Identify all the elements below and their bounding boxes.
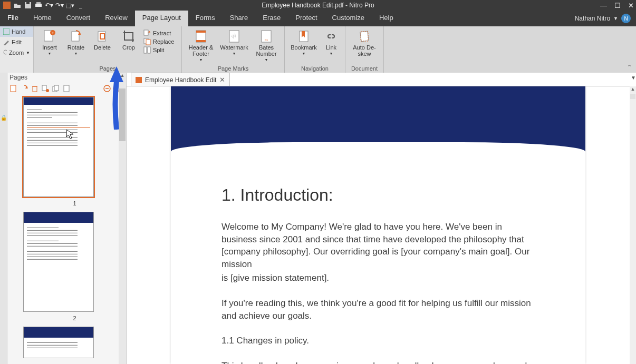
- svg-rect-5: [3, 28, 9, 35]
- ribbon-collapse-button[interactable]: ⌃: [627, 64, 632, 71]
- thumb-delete-icon[interactable]: [31, 84, 39, 93]
- user-menu[interactable]: Nathan Nitro ▼ N: [575, 11, 636, 26]
- maximize-button[interactable]: ☐: [614, 2, 621, 9]
- tab-protect[interactable]: Protect: [288, 11, 324, 26]
- bates-number-button[interactable]: 01 Bates Number▼: [252, 27, 281, 62]
- svg-text:+: +: [52, 31, 54, 35]
- document-tab[interactable]: Employee Handbook Edit ✕: [131, 73, 230, 86]
- doc-paragraph: is [give mission statement].: [221, 272, 535, 284]
- svg-rect-28: [360, 31, 369, 42]
- tab-review[interactable]: Review: [98, 11, 135, 26]
- group-label-document: Document: [351, 65, 378, 73]
- insert-button[interactable]: + Insert▼: [37, 27, 62, 55]
- rotate-icon: [69, 29, 83, 43]
- thumb-new-icon[interactable]: [9, 84, 18, 93]
- svg-rect-22: [196, 40, 206, 42]
- auto-deskew-button[interactable]: Auto De-skew: [349, 27, 380, 57]
- quick-access-toolbar: ↶▾ ↷▾ ⬚▾ ⎯: [0, 2, 84, 9]
- thumbnail-label-2: 2: [23, 315, 126, 321]
- tab-home[interactable]: Home: [26, 11, 59, 26]
- tab-page-layout[interactable]: Page Layout: [135, 11, 188, 26]
- split-button[interactable]: Split: [143, 46, 177, 54]
- ribbon-group-navigation: Bookmark▼ Link▼ Navigation: [285, 26, 345, 73]
- document-tab-label: Employee Handbook Edit: [145, 76, 216, 84]
- thumb-replace-icon[interactable]: [62, 84, 71, 93]
- tab-share[interactable]: Share: [223, 11, 256, 26]
- svg-rect-3: [35, 4, 42, 7]
- thumb-copy-icon[interactable]: [52, 84, 60, 93]
- watermark-button[interactable]: W Watermark▼: [218, 27, 250, 55]
- ribbon-group-pages: + Insert▼ Rotate▼ Delete Crop Extract Re…: [34, 26, 182, 73]
- svg-rect-21: [196, 31, 206, 33]
- bookmark-button[interactable]: Bookmark▼: [288, 27, 320, 55]
- tab-close-button[interactable]: ✕: [219, 76, 225, 84]
- tab-help[interactable]: Help: [372, 11, 401, 26]
- doc-paragraph: This handbook replaces previous employee…: [221, 360, 535, 364]
- extract-icon: [143, 29, 151, 37]
- link-button[interactable]: Link▼: [321, 27, 342, 55]
- close-button[interactable]: ✕: [628, 2, 634, 9]
- avatar: N: [621, 14, 631, 23]
- pages-panel-toolbar: [0, 82, 126, 95]
- thumbnail-page-1[interactable]: ▬▬▬▬▬▬▬▬▬▬▬▬▬▬▬▬▬▬▬▬▬▬▬▬▬▬▬▬▬▬▬▬▬▬▬▬▬▬▬▬…: [23, 97, 94, 197]
- page-banner: [171, 86, 585, 152]
- header-footer-button[interactable]: Header & Footer▼: [185, 27, 217, 62]
- zoom-tool[interactable]: Zoom▼: [0, 47, 33, 58]
- document-viewport[interactable]: 1. Introduction: Welcome to My Company! …: [127, 86, 630, 364]
- qat-more-icon[interactable]: ⎯: [77, 2, 84, 9]
- thumbnail-page-2[interactable]: ▬▬▬▬▬▬▬▬▬▬▬▬▬▬▬▬▬▬▬▬▬▬▬▬▬▬▬▬▬▬▬▬▬▬▬▬▬▬▬▬…: [23, 212, 94, 312]
- insert-page-icon: +: [42, 29, 57, 43]
- hand-tool[interactable]: Hand: [0, 26, 33, 37]
- ribbon-group-pagemarks: Header & Footer▼ W Watermark▼ 01 Bates N…: [182, 26, 285, 73]
- group-label-navigation: Navigation: [301, 65, 329, 73]
- svg-rect-33: [42, 85, 46, 91]
- svg-rect-19: [148, 47, 150, 53]
- watermark-icon: W: [227, 29, 242, 43]
- svg-rect-31: [33, 86, 37, 92]
- thumb-rotate-icon[interactable]: [20, 84, 28, 93]
- group-label-pages: Pages: [99, 65, 115, 73]
- thumb-extract-icon[interactable]: [41, 84, 50, 93]
- menu-bar: File Home Convert Review Page Layout For…: [0, 11, 636, 26]
- group-label-pagemarks: Page Marks: [218, 65, 249, 73]
- tab-forms[interactable]: Forms: [188, 11, 223, 26]
- print-icon[interactable]: [35, 2, 42, 9]
- select-icon[interactable]: ⬚▾: [66, 2, 74, 9]
- rotate-button[interactable]: Rotate▼: [63, 27, 89, 55]
- deskew-icon: [357, 29, 372, 43]
- replace-button[interactable]: Replace: [143, 38, 177, 45]
- undo-icon[interactable]: ↶▾: [45, 2, 53, 9]
- pdf-file-icon: [136, 77, 142, 83]
- pages-panel: 🔒 Pages ▬▬▬▬▬▬▬▬▬▬▬▬▬▬▬▬▬▬▬▬▬▬▬▬▬▬▬▬▬▬▬▬…: [0, 73, 127, 364]
- save-icon[interactable]: [24, 2, 32, 9]
- doc-paragraph: Welcome to My Company! We're glad to hav…: [221, 221, 535, 271]
- tab-customize[interactable]: Customize: [325, 11, 372, 26]
- svg-rect-0: [3, 2, 11, 9]
- bookmark-icon: [296, 29, 311, 43]
- tab-convert[interactable]: Convert: [59, 11, 98, 26]
- svg-rect-37: [64, 85, 69, 92]
- ribbon: Hand Edit Zoom▼ + Insert▼ Rotate▼ Delete…: [0, 26, 636, 73]
- svg-rect-11: [72, 32, 79, 41]
- split-icon: [143, 46, 151, 54]
- redo-icon[interactable]: ↷▾: [56, 2, 63, 9]
- edit-tool[interactable]: Edit: [0, 37, 33, 47]
- file-menu[interactable]: File: [0, 11, 26, 26]
- crop-button[interactable]: Crop: [116, 27, 141, 51]
- tab-erase[interactable]: Erase: [255, 11, 288, 26]
- tab-dropdown-icon[interactable]: ▼: [631, 75, 636, 81]
- pages-panel-scrollbar[interactable]: ▲: [119, 73, 126, 364]
- thumb-zoom-out-icon[interactable]: [103, 84, 111, 93]
- window-title: Employee Handbook Edit.pdf - Nitro Pro: [262, 2, 374, 9]
- document-scrollbar[interactable]: ▲: [630, 86, 636, 364]
- thumbnail-page-3[interactable]: ▬▬▬▬▬▬▬▬▬▬▬▬▬▬▬▬▬▬▬▬▬▬▬▬▬▬▬▬▬▬▬▬▬▬▬▬▬▬▬▬…: [23, 327, 94, 358]
- replace-icon: [143, 38, 151, 45]
- minimize-button[interactable]: —: [600, 2, 607, 9]
- delete-button[interactable]: Delete: [90, 27, 115, 51]
- svg-rect-17: [146, 40, 150, 45]
- svg-rect-4: [36, 2, 41, 4]
- extract-button[interactable]: Extract: [143, 29, 177, 37]
- open-icon[interactable]: [14, 2, 21, 9]
- bates-icon: 01: [259, 29, 274, 43]
- crop-icon: [121, 29, 136, 43]
